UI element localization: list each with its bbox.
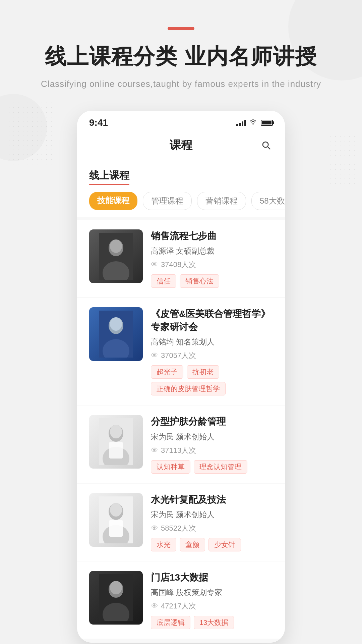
course-views-4: 👁 58522人次 [151,523,273,533]
tag-2-1: 超光子 [151,365,183,379]
views-eye-icon-3: 👁 [151,446,158,455]
svg-point-9 [110,317,122,331]
course-title-5: 门店13大数据 [151,571,273,584]
status-icons [236,119,273,126]
course-thumb-2 [89,307,143,361]
hero-section: 线上课程分类 业内名师讲授 Classifying online courses… [0,0,362,111]
tag-4-1: 水光 [151,538,176,551]
search-icon [261,140,271,150]
svg-rect-19 [109,520,123,537]
tag-5-1: 底层逻辑 [151,616,190,629]
section-header: 线上课程 [77,159,285,182]
category-tab-skills[interactable]: 技能课程 [89,192,137,210]
course-title-4: 水光针复配及技法 [151,493,273,506]
tag-1-2: 销售心法 [180,274,219,288]
course-author-1: 高源泽 文硕副总裁 [151,246,273,256]
course-list: 销售流程七步曲 高源泽 文硕副总裁 👁 37408人次 信任 销售心法 [77,217,285,643]
tag-4-3: 少女针 [208,538,241,551]
tag-5-2: 13大数据 [194,616,234,629]
views-eye-icon-2: 👁 [151,351,158,360]
course-views-2: 👁 37057人次 [151,351,273,361]
signal-icon [236,119,246,126]
svg-point-23 [110,581,122,594]
course-thumb-5 [89,571,143,625]
tag-2-2: 抗初老 [187,365,219,379]
section-title: 线上课程 [89,169,129,182]
course-thumb-4 [89,493,143,547]
views-eye-icon-5: 👁 [151,602,158,610]
status-time: 9:41 [89,117,108,128]
tag-1-1: 信任 [151,274,176,288]
svg-point-13 [110,425,122,438]
course-item-2[interactable]: 《皮管&医美联合管理哲学》专家研讨会 高铭均 知名策划人 👁 37057人次 超… [77,298,285,405]
course-info-1: 销售流程七步曲 高源泽 文硕副总裁 👁 37408人次 信任 销售心法 [151,229,273,288]
course-author-4: 宋为民 颜术创始人 [151,509,273,520]
course-thumb-3 [89,415,143,469]
status-bar: 9:41 [77,111,285,131]
course-views-1: 👁 37408人次 [151,260,273,270]
category-tab-marketing[interactable]: 营销课程 [197,192,246,210]
nav-bar: 课程 [77,131,285,159]
course-thumb-1 [89,229,143,283]
course-views-3: 👁 37113人次 [151,445,273,455]
course-info-4: 水光针复配及技法 宋为民 颜术创始人 👁 58522人次 水光 童颜 少女针 [151,493,273,551]
course-item-3[interactable]: 分型护肤分龄管理 宋为民 颜术创始人 👁 37113人次 认知种草 理念认知管理 [77,406,285,483]
nav-title: 课程 [170,138,192,153]
battery-icon [261,120,273,126]
tag-2-3: 正确的皮肤管理哲学 [151,382,226,395]
svg-point-18 [110,503,122,517]
course-tags-3: 认知种草 理念认知管理 [151,460,273,474]
course-views-5: 👁 47217人次 [151,601,273,611]
course-author-2: 高铭均 知名策划人 [151,337,273,347]
course-item-5[interactable]: 门店13大数据 高国峰 股权策划专家 👁 47217人次 底层逻辑 13大数据 [77,561,285,639]
course-tags-2: 超光子 抗初老 正确的皮肤管理哲学 [151,365,273,395]
category-tabs: 技能课程 管理课程 营销课程 58大数据 免费 [77,182,285,217]
phone-wrapper: 9:41 [0,111,362,643]
section-title-underline [89,184,129,185]
tag-3-1: 认知种草 [151,460,190,474]
course-info-5: 门店13大数据 高国峰 股权策划专家 👁 47217人次 底层逻辑 13大数据 [151,571,273,629]
course-tags-1: 信任 销售心法 [151,274,273,288]
views-eye-icon-1: 👁 [151,260,158,269]
hero-title: 线上课程分类 业内名师讲授 [20,44,342,69]
course-tags-4: 水光 童颜 少女针 [151,538,273,551]
tag-3-2: 理念认知管理 [194,460,247,474]
course-info-3: 分型护肤分龄管理 宋为民 颜术创始人 👁 37113人次 认知种草 理念认知管理 [151,415,273,473]
category-tab-data[interactable]: 58大数据 [251,192,285,210]
course-author-5: 高国峰 股权策划专家 [151,587,273,598]
course-item-1[interactable]: 销售流程七步曲 高源泽 文硕副总裁 👁 37408人次 信任 销售心法 [77,220,285,297]
phone-mockup: 9:41 [77,111,285,643]
svg-rect-14 [109,442,123,459]
svg-line-1 [267,147,270,149]
category-tab-management[interactable]: 管理课程 [143,192,192,210]
course-item-4[interactable]: 水光针复配及技法 宋为民 颜术创始人 👁 58522人次 水光 童颜 少女针 [77,484,285,561]
views-eye-icon-4: 👁 [151,524,158,533]
course-tags-5: 底层逻辑 13大数据 [151,616,273,629]
hero-subtitle: Classifying online courses,taught by fam… [20,77,342,91]
course-title-1: 销售流程七步曲 [151,229,273,243]
svg-point-5 [110,239,122,253]
course-title-3: 分型护肤分龄管理 [151,415,273,428]
course-info-2: 《皮管&医美联合管理哲学》专家研讨会 高铭均 知名策划人 👁 37057人次 超… [151,307,273,395]
wifi-icon [249,119,257,126]
hero-accent-bar [168,27,194,30]
course-title-2: 《皮管&医美联合管理哲学》专家研讨会 [151,307,273,333]
course-author-3: 宋为民 颜术创始人 [151,432,273,442]
search-button[interactable] [259,139,273,152]
tag-4-2: 童颜 [180,538,205,551]
